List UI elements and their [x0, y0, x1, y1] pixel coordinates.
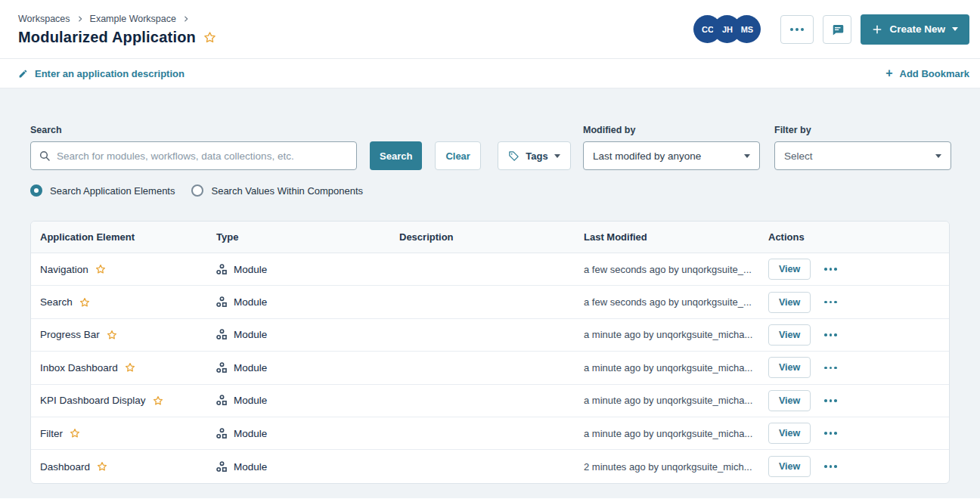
plus-icon [872, 24, 882, 35]
search-button[interactable]: Search [370, 141, 422, 170]
avatar[interactable]: MS [733, 15, 761, 43]
radio-selected-icon [30, 184, 42, 197]
element-name[interactable]: Filter [40, 428, 63, 439]
app-description-label: Enter an application description [35, 68, 185, 79]
module-icon [216, 296, 228, 308]
table-row: Inbox Dashboard Module a minute ago by u… [31, 352, 949, 384]
main-content: Search Search Clear Tags Modified by Las… [0, 88, 980, 498]
subheader: Enter an application description + Add B… [0, 59, 980, 88]
row-actions-icon[interactable] [824, 432, 837, 435]
element-last-modified: a minute ago by unqorkgsuite_micha... [584, 329, 768, 340]
element-type-label: Module [234, 461, 267, 473]
view-button[interactable]: View [768, 357, 811, 378]
app-description-link[interactable]: Enter an application description [18, 68, 185, 79]
view-button[interactable]: View [768, 456, 811, 477]
breadcrumb: Workspaces Example Workspace [18, 14, 216, 24]
element-last-modified: a few seconds ago by unqorkgsuite_... [584, 264, 768, 275]
title-row: Modularized Application [18, 29, 216, 46]
favorite-star-icon[interactable] [153, 395, 163, 406]
header-right: CC JH MS Create New [693, 14, 969, 45]
table-body: Navigation Module a few seconds ago by u… [31, 253, 949, 483]
create-new-label: Create New [889, 23, 945, 35]
element-last-modified: a few seconds ago by unqorkgsuite_... [584, 296, 768, 308]
radio-search-values-within-components[interactable]: Search Values Within Components [191, 184, 363, 197]
table-row: KPI Dashboard Display Module a minute ag… [31, 385, 949, 417]
favorite-star-icon[interactable] [70, 428, 80, 439]
module-icon [216, 362, 228, 373]
filter-by-value: Select [784, 150, 813, 162]
more-options-button[interactable] [780, 15, 814, 44]
radio-unselected-icon [191, 184, 203, 197]
chevron-down-icon [744, 154, 750, 158]
view-button[interactable]: View [768, 423, 811, 444]
chevron-down-icon [935, 154, 941, 158]
favorite-star-icon[interactable] [203, 31, 216, 44]
element-name[interactable]: Search [40, 296, 73, 308]
module-icon [216, 461, 228, 473]
comments-button[interactable] [823, 15, 851, 44]
col-description: Description [399, 231, 584, 243]
element-type-label: Module [234, 329, 267, 340]
view-button[interactable]: View [768, 259, 811, 280]
table-row: Progress Bar Module a minute ago by unqo… [31, 319, 949, 352]
breadcrumb-example-workspace[interactable]: Example Workspace [90, 14, 176, 24]
element-type-label: Module [234, 264, 267, 275]
col-last-modified: Last Modified [584, 231, 768, 243]
element-name[interactable]: KPI Dashboard Display [40, 395, 146, 406]
chevron-down-icon [952, 27, 958, 31]
modified-by-label: Modified by [583, 125, 635, 135]
add-bookmark-label: Add Bookmark [900, 68, 969, 79]
favorite-star-icon[interactable] [125, 362, 135, 373]
row-actions-icon[interactable] [824, 399, 837, 402]
radio-search-application-elements[interactable]: Search Application Elements [30, 184, 175, 197]
favorite-star-icon[interactable] [95, 264, 106, 274]
breadcrumb-workspaces[interactable]: Workspaces [18, 14, 70, 24]
row-actions-icon[interactable] [824, 268, 837, 271]
col-type: Type [216, 231, 399, 243]
search-row: Search Clear [30, 141, 481, 170]
filter-by-select[interactable]: Select [774, 141, 951, 170]
view-button[interactable]: View [768, 324, 811, 346]
chevron-right-icon [76, 15, 84, 23]
table-row: Search Module a few seconds ago by unqor… [31, 286, 949, 318]
create-new-button[interactable]: Create New [861, 14, 969, 45]
element-type-label: Module [234, 428, 267, 439]
search-box [30, 141, 357, 170]
row-actions-icon[interactable] [824, 465, 837, 468]
chevron-down-icon [554, 154, 560, 158]
element-name[interactable]: Navigation [40, 264, 88, 275]
favorite-star-icon[interactable] [97, 461, 107, 472]
view-button[interactable]: View [768, 390, 811, 411]
module-icon [216, 329, 228, 340]
module-icon [216, 428, 228, 439]
table-row: Dashboard Module 2 minutes ago by unqork… [31, 450, 949, 482]
row-actions-icon[interactable] [824, 301, 837, 304]
search-scope-radios: Search Application Elements Search Value… [30, 184, 363, 197]
header-left: Workspaces Example Workspace Modularized… [18, 12, 216, 46]
element-last-modified: 2 minutes ago by unqorkgsuite_mich... [584, 461, 768, 473]
table-header-row: Application Element Type Description Las… [31, 222, 949, 253]
element-name[interactable]: Dashboard [40, 461, 90, 473]
tag-icon [508, 150, 519, 162]
search-input[interactable] [57, 150, 349, 162]
element-name[interactable]: Inbox Dashboard [40, 362, 118, 373]
tags-dropdown-button[interactable]: Tags [498, 141, 571, 170]
search-icon [39, 150, 51, 162]
add-bookmark-link[interactable]: + Add Bookmark [885, 67, 969, 79]
element-type-label: Module [234, 395, 267, 406]
row-actions-icon[interactable] [824, 333, 837, 336]
clear-button[interactable]: Clear [435, 141, 481, 170]
module-icon [216, 395, 228, 406]
element-type-label: Module [234, 362, 267, 373]
favorite-star-icon[interactable] [79, 297, 90, 308]
view-button[interactable]: View [768, 292, 811, 313]
chevron-right-icon [182, 15, 190, 23]
row-actions-icon[interactable] [824, 367, 837, 370]
element-last-modified: a minute ago by unqorkgsuite_micha... [584, 362, 768, 373]
favorite-star-icon[interactable] [107, 330, 117, 340]
element-name[interactable]: Progress Bar [40, 329, 100, 340]
search-section-label: Search [30, 125, 62, 135]
modified-by-select[interactable]: Last modifed by anyone [583, 141, 760, 170]
table-row: Filter Module a minute ago by unqorkgsui… [31, 417, 949, 450]
element-type-label: Module [234, 296, 267, 308]
